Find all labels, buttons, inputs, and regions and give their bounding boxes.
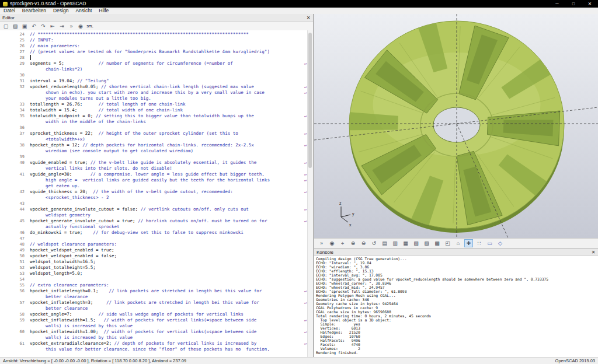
maximize-button[interactable]: □: [565, 0, 582, 8]
code-row: wirediam (see console output to get calc…: [0, 148, 308, 154]
line-wrap-icon: ↵: [304, 317, 307, 323]
code-row: 34totalwidth = 15.4; // total width of o…: [0, 107, 308, 113]
window-title: sprockgen-v1.0.scad - OpenSCAD: [10, 0, 86, 8]
editor-scrollbar[interactable]: [307, 30, 313, 357]
preview-button[interactable]: »: [67, 23, 75, 30]
line-number: 34: [0, 107, 30, 113]
indicator-z-label: z: [339, 201, 342, 205]
view-diagonal-button[interactable]: ◰: [443, 239, 452, 247]
code-row: 40vguide_enabled = true; // the v-belt l…: [0, 160, 308, 166]
line-wrap-icon: ↵: [304, 177, 307, 183]
export-stl-button[interactable]: STL: [86, 23, 94, 30]
code-row: 33totallength = 26.76; // total length o…: [0, 102, 308, 107]
menu-bearbeiten[interactable]: Bearbeiten: [19, 8, 50, 14]
orthogonal-view-button[interactable]: ▭: [485, 239, 494, 247]
indent-button[interactable]: ⇥: [58, 23, 66, 30]
code-row: better clearance: [0, 306, 308, 312]
editor-code-area[interactable]: 24// ***********************************…: [0, 30, 308, 357]
status-version: OpenSCAD 2015.03: [555, 358, 595, 363]
code-row: 38hpocket_depth = 12; // depth pockets f…: [0, 142, 308, 148]
indicator-x-label: x: [349, 223, 352, 227]
console-close-icon[interactable]: ✕: [589, 250, 598, 255]
menu-hilfe[interactable]: Hilfe: [95, 8, 112, 14]
view-right-button[interactable]: ▤: [380, 239, 389, 247]
line-number: 28: [0, 55, 30, 61]
menu-ansicht[interactable]: Ansicht: [72, 8, 95, 14]
code-row: 29segments = 5; // number of segments fo…: [0, 61, 308, 66]
line-number: 57: [0, 300, 30, 306]
line-number: 30: [0, 72, 30, 78]
code-row: 41vguide_angle=30; // a compromise. lowe…: [0, 172, 308, 177]
code-row: 42vguide_thickness = 20; // the width of…: [0, 189, 308, 195]
code-row: 26// main parameters:: [0, 43, 308, 49]
zoom-out-button[interactable]: ⊖: [359, 239, 368, 247]
view-bottom-button[interactable]: ▦: [401, 239, 410, 247]
unindent-button[interactable]: ⇤: [48, 23, 57, 30]
indicator-y-axis: [341, 215, 350, 217]
open-file-button[interactable]: ▨: [11, 23, 19, 30]
line-number: 38: [0, 142, 30, 148]
code-row: 56hpocket_inflatelength=0.1; // link poc…: [0, 288, 308, 294]
line-number: 55: [0, 282, 30, 288]
menu-datei[interactable]: Datei: [0, 8, 19, 14]
code-row: 39: [0, 154, 308, 160]
minimize-button[interactable]: ─: [549, 0, 565, 8]
code-row: get eaten up.: [0, 183, 308, 189]
show-axes-button[interactable]: ✚: [464, 239, 473, 247]
view-top-button[interactable]: ▥: [391, 239, 399, 247]
console-output[interactable]: Compiling design (CSG Tree generation)..…: [314, 256, 598, 357]
editor-scrollbar-thumb[interactable]: [308, 33, 312, 168]
editor-panel: Editor ✕ ▢▨▣↶↷⇤⇥»◉STL 24// *************…: [0, 14, 314, 357]
line-number: 48: [0, 242, 30, 247]
line-number: 59: [0, 317, 30, 323]
view-back-button[interactable]: ▩: [433, 239, 441, 247]
view-left-button[interactable]: ▧: [412, 239, 420, 247]
window-controls: ─ □ ✕: [549, 0, 598, 8]
line-number: 51: [0, 259, 30, 265]
show-scale-markers-button[interactable]: ∷: [475, 239, 484, 247]
save-file-button[interactable]: ▣: [20, 23, 29, 30]
new-file-button[interactable]: ▢: [2, 23, 10, 30]
console-line: Edges: 10760: [316, 334, 598, 338]
code-row: 25// INPUT:: [0, 37, 308, 43]
line-number: 31: [0, 78, 30, 84]
console-line: Rendering Polygon Mesh using CGAL...: [316, 293, 598, 298]
view-reset-button[interactable]: ↺: [370, 239, 378, 247]
line-number: 61: [0, 341, 30, 346]
console-line: ECHO: "wheelrad_corner: ", 30.8346: [316, 281, 598, 285]
code-row: 30: [0, 72, 308, 78]
line-wrap-icon: ↵: [304, 113, 307, 119]
line-number: 40: [0, 160, 30, 166]
code-row: 43: [0, 201, 308, 206]
perspective-view-button[interactable]: ◇: [496, 239, 505, 247]
code-row: 27// (preset values are tested ok for "S…: [0, 49, 308, 55]
code-row: 35totalwidth_midpoint = 0; // setting th…: [0, 113, 308, 119]
code-row: <sprocket_thickness> - 2: [0, 195, 308, 201]
redo-button[interactable]: ↷: [39, 23, 47, 30]
code-row: 32vpocket_reducelength=0.05; // shorten …: [0, 84, 308, 90]
undo-button[interactable]: ↶: [30, 23, 38, 30]
code-row: 54: [0, 276, 308, 282]
render-button[interactable]: ◉: [77, 23, 85, 30]
viewport-3d[interactable]: zxy: [314, 14, 598, 238]
zoom-in-button[interactable]: ⊕: [349, 239, 357, 247]
line-number: 29: [0, 61, 30, 66]
view-render-button[interactable]: ◉: [328, 239, 336, 247]
menu-design[interactable]: Design: [50, 8, 72, 14]
view-center-button[interactable]: ⌂: [454, 239, 463, 247]
line-number: 32: [0, 84, 30, 90]
zoom-all-button[interactable]: ⌖: [338, 239, 347, 247]
view-front-button[interactable]: ▨: [422, 239, 431, 247]
line-number: 43: [0, 201, 30, 206]
editor-close-icon[interactable]: ✕: [304, 15, 313, 20]
console-line: Facets: 4740: [316, 342, 598, 346]
line-number: 25: [0, 37, 30, 43]
title-bar: sprockgen-v1.0.scad - OpenSCAD ─ □ ✕: [0, 0, 598, 8]
line-number: 46: [0, 230, 30, 236]
line-wrap-icon: ↵: [304, 90, 307, 96]
code-row: high angle = vertical links are guided e…: [0, 177, 308, 183]
view-preview-button[interactable]: »: [317, 239, 326, 247]
close-button[interactable]: ✕: [582, 0, 598, 8]
console-line: Vertices: 6013: [316, 326, 598, 330]
console-line: Rendering finished.: [316, 351, 598, 355]
